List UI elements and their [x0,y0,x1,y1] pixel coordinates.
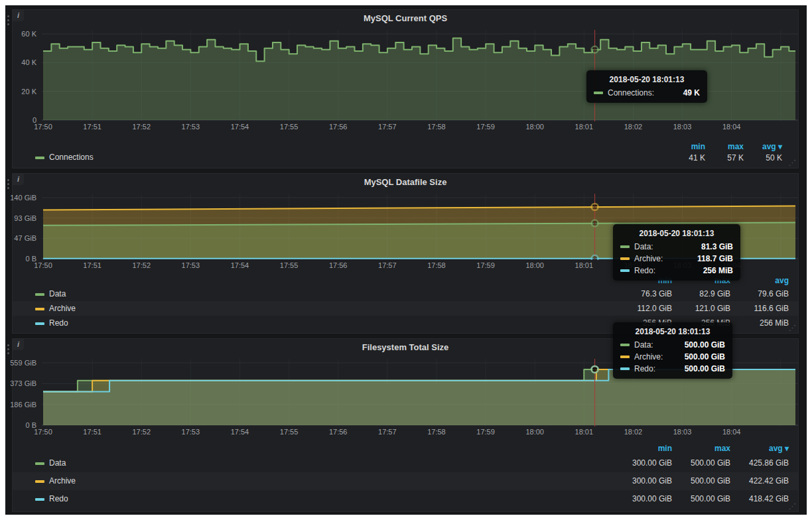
panel-drag-handle[interactable] [7,13,11,27]
series-name[interactable]: Data [49,289,66,298]
legend-series[interactable]: Connections [35,153,94,162]
series-name[interactable]: Redo [49,494,68,503]
x-tick-label: 17:58 [427,261,446,269]
legend-row-stats: 300.00 GiB500.00 GiB418.42 GiB [614,490,789,508]
x-tick-label: 17:57 [378,261,397,269]
graph-tooltip: 2018-05-20 18:01:13Data:500.00 GiBArchiv… [613,322,732,379]
legend-series[interactable]: Data [35,287,66,301]
panel-title[interactable]: MySQL Current QPS [13,13,798,23]
legend-series[interactable]: Data [35,454,66,472]
legend-stats-values: 41 K57 K50 K [667,153,782,162]
x-tick-label: 17:53 [182,123,200,131]
x-tick-label: 18:01 [575,428,594,436]
stat-header-min[interactable]: min [667,142,705,151]
stat-header-avg[interactable]: avg ▾ [730,444,789,453]
tooltip-series-row: Redo:500.00 GiB [620,364,725,373]
series-name[interactable]: Data [49,458,66,468]
legend-series[interactable]: Archive [35,301,76,316]
legend: minmaxavg ▾41 K57 K50 KConnections [13,136,798,162]
tooltip-series-row: Data:81.3 GiB [620,242,733,251]
stat-value-avg: 256 MiB [730,316,789,330]
legend-row-archive: Archive112.0 GiB121.0 GiB116.6 GiB [13,301,798,316]
y-axis: 020 K40 K60 K [13,30,39,121]
stat-value-avg: 422.42 GiB [730,472,789,490]
stat-value-min: 41 K [667,153,705,162]
legend-row-data: Data76.3 GiB82.9 GiB79.6 GiB [13,287,798,301]
info-icon[interactable]: i [13,174,24,185]
tooltip-series-row: Archive:118.7 GiB [620,254,733,263]
tooltip-series-row: Connections:49 K [594,88,700,98]
resize-handle[interactable]: ⋰ [789,503,796,510]
stat-value-min: 300.00 GiB [614,454,672,472]
stat-value-min: 112.0 GiB [614,301,672,316]
legend-row-stats: 300.00 GiB500.00 GiB425.86 GiB [614,454,789,472]
tooltip-series-value: 49 K [674,88,700,98]
stat-value-max: 121.0 GiB [672,301,730,316]
series-color-dash [594,92,603,94]
legend-series[interactable]: Redo [35,316,68,330]
series-color-dash [620,269,630,272]
tooltip-series-row: Data:500.00 GiB [620,340,725,350]
series-color-dash [620,245,630,248]
stat-value-max: 500.00 GiB [672,454,730,472]
x-tick-label: 18:02 [624,123,643,131]
x-tick-label: 17:52 [132,261,151,269]
info-icon[interactable]: i [13,339,24,350]
tooltip-timestamp: 2018-05-20 18:01:13 [620,229,733,238]
panel-drag-handle[interactable] [7,177,11,191]
stat-header-avg[interactable]: avg ▾ [744,142,782,151]
tooltip-series-label: Data: [634,340,653,350]
x-tick-label: 17:51 [83,123,102,131]
series-color-dash [35,293,44,296]
resize-handle[interactable]: ⋰ [789,159,796,166]
legend-stats: minmaxavg ▾41 K57 K50 K [667,142,782,162]
stat-value-max: 82.9 GiB [672,287,730,301]
stat-header-max[interactable]: max [672,444,730,453]
series-name[interactable]: Redo [49,318,68,328]
x-tick-label: 18:00 [525,261,544,269]
tooltip-timestamp: 2018-05-20 18:01:13 [594,75,700,84]
x-tick-label: 17:56 [329,123,348,131]
x-tick-label: 17:56 [329,261,348,269]
y-tick-label: 559 GiB [10,359,36,367]
legend-stats-header: minmaxavg ▾ [13,444,798,454]
x-tick-label: 17:58 [427,428,446,436]
x-tick-label: 18:04 [722,428,741,436]
tooltip-series-label: Archive: [634,254,663,263]
panel-title[interactable]: MySQL Datafile Size [13,177,798,187]
x-tick-label: 17:54 [231,261,249,269]
stat-value-avg: 418.42 GiB [730,490,789,508]
series-color-dash [620,344,630,346]
x-tick-label: 17:51 [83,428,102,436]
x-tick-label: 17:52 [132,123,151,131]
x-tick-label: 17:54 [231,123,249,131]
tooltip-timestamp: 2018-05-20 18:01:13 [620,327,725,336]
series-name[interactable]: Archive [49,304,76,313]
panel-drag-handle[interactable] [7,342,11,356]
tooltip-series-label: Connections: [608,88,654,98]
legend-series[interactable]: Redo [35,490,68,508]
legend-series[interactable]: Archive [35,472,76,490]
series-color-dash [35,462,44,465]
x-tick-label: 17:53 [182,428,200,436]
resize-handle[interactable]: ⋰ [789,324,796,332]
x-tick-label: 18:00 [525,123,544,131]
legend-row-archive: Archive300.00 GiB500.00 GiB422.42 GiB [13,472,798,490]
legend-row-stats: 300.00 GiB500.00 GiB422.42 GiB [614,472,789,490]
info-icon[interactable]: i [13,10,24,21]
stat-value-avg: 50 K [744,153,782,162]
series-name[interactable]: Connections [49,153,94,162]
legend-row-data: Data300.00 GiB500.00 GiB425.86 GiB [13,454,798,472]
x-tick-label: 17:57 [378,428,397,436]
series-color-dash [35,322,44,325]
x-tick-label: 17:50 [34,261,52,269]
stat-header-max[interactable]: max [705,142,744,151]
stat-header-min[interactable]: min [614,444,672,453]
stat-value-avg: 79.6 GiB [730,287,789,301]
stat-value-min: 300.00 GiB [614,490,672,508]
series-name[interactable]: Archive [49,476,76,486]
y-tick-label: 140 GiB [10,194,36,202]
y-tick-label: 186 GiB [10,401,36,409]
x-axis: 17:5017:5117:5217:5317:5417:5517:5617:57… [42,426,798,437]
x-tick-label: 17:59 [476,261,495,269]
